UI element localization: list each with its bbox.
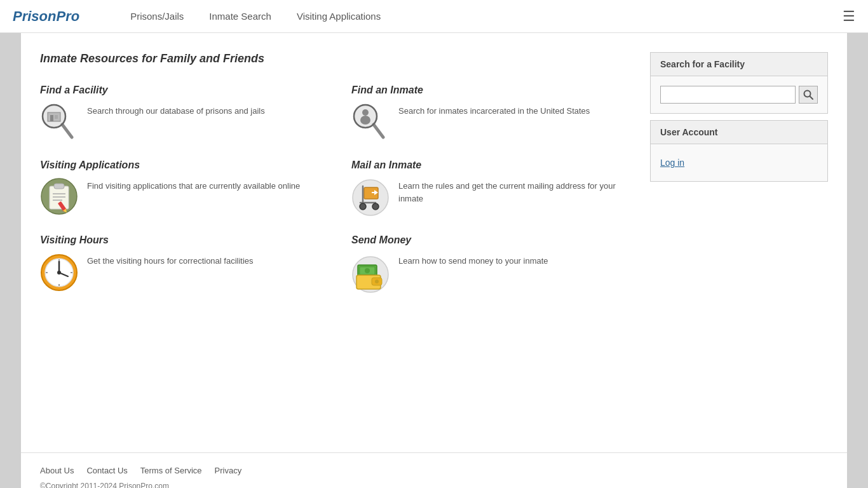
section-body-mail: Learn the rules and get the current mail… <box>351 177 637 215</box>
svg-point-31 <box>57 271 61 274</box>
section-visiting-hours[interactable]: Visiting Hours <box>40 234 326 290</box>
nav-link-prisons[interactable]: Prisons/Jails <box>130 11 184 22</box>
search-facility-header: Search for a Facility <box>651 53 827 76</box>
navbar: PrisonPro Prisons/Jails Inmate Search Vi… <box>0 0 868 33</box>
section-title-inmate: Find an Inmate <box>351 85 637 96</box>
svg-point-42 <box>375 280 379 283</box>
nav-link-inmate-search[interactable]: Inmate Search <box>209 11 271 22</box>
section-desc-hours: Get the visiting hours for correctional … <box>87 252 254 268</box>
svg-point-7 <box>362 109 369 116</box>
svg-rect-2 <box>50 115 53 121</box>
nav-item-visiting[interactable]: Visiting Applications <box>297 11 381 22</box>
clock-icon <box>40 252 78 290</box>
search-facility-input[interactable] <box>660 86 796 104</box>
section-body-money: Learn how to send money to your inmate <box>351 252 637 290</box>
section-body-visiting-apps: Find visiting applications that are curr… <box>40 177 326 215</box>
svg-rect-12 <box>50 186 69 209</box>
section-title-mail: Mail an Inmate <box>351 159 637 171</box>
section-desc-mail: Learn the rules and get the current mail… <box>398 177 637 205</box>
nav-item-prisons[interactable]: Prisons/Jails <box>130 11 184 22</box>
nav-item-inmate-search[interactable]: Inmate Search <box>209 11 271 22</box>
facility-icon <box>40 102 78 140</box>
main-content: Inmate Resources for Family and Friends … <box>40 52 637 427</box>
section-visiting-apps[interactable]: Visiting Applications <box>40 159 326 215</box>
sidebar: Search for a Facility User Account Log i… <box>650 52 828 427</box>
footer: About Us Contact Us Terms of Service Pri… <box>21 452 847 488</box>
section-find-inmate[interactable]: Find an Inmate Search for in <box>351 85 637 140</box>
page-heading: Inmate Resources for Family and Friends <box>40 52 637 65</box>
hamburger-menu-icon[interactable]: ☰ <box>843 10 855 24</box>
footer-copyright: ©Copyright 2011-2024 PrisonPro.com <box>40 482 828 488</box>
nav-link-visiting[interactable]: Visiting Applications <box>297 11 381 22</box>
section-desc-money: Learn how to send money to your inmate <box>398 252 548 268</box>
svg-line-9 <box>374 125 383 137</box>
section-find-facility[interactable]: Find a Facility Search throu <box>40 85 326 140</box>
section-body-facility: Search through our database of prisons a… <box>40 102 326 140</box>
svg-line-4 <box>62 125 72 137</box>
section-send-money[interactable]: Send Money <box>351 234 637 290</box>
page-wrapper: Inmate Resources for Family and Friends … <box>21 33 847 452</box>
footer-link-privacy[interactable]: Privacy <box>215 466 242 475</box>
svg-rect-1 <box>48 112 60 121</box>
svg-point-8 <box>360 116 370 125</box>
section-mail-inmate[interactable]: Mail an Inmate <box>351 159 637 215</box>
brand-logo[interactable]: PrisonPro <box>13 8 79 25</box>
mail-icon <box>351 177 390 215</box>
search-facility-box: Search for a Facility <box>650 52 828 114</box>
section-body-inmate: Search for inmates incarcerated in the U… <box>351 102 637 140</box>
section-title-hours: Visiting Hours <box>40 234 326 246</box>
svg-rect-3 <box>55 115 58 119</box>
search-facility-body <box>651 76 827 113</box>
svg-point-39 <box>365 268 370 273</box>
sections-grid: Find a Facility Search throu <box>40 85 637 290</box>
footer-link-about[interactable]: About Us <box>40 466 74 475</box>
svg-point-23 <box>360 203 366 210</box>
svg-rect-13 <box>54 184 64 189</box>
section-desc-inmate: Search for inmates incarcerated in the U… <box>398 102 590 118</box>
search-icon <box>803 90 813 100</box>
section-title-facility: Find a Facility <box>40 85 326 96</box>
footer-link-terms[interactable]: Terms of Service <box>140 466 202 475</box>
user-account-header: User Account <box>651 121 827 144</box>
footer-link-contact[interactable]: Contact Us <box>86 466 127 475</box>
search-facility-button[interactable] <box>799 86 818 104</box>
user-account-box: User Account Log in <box>650 120 828 182</box>
money-icon <box>351 252 390 290</box>
svg-point-24 <box>372 203 379 210</box>
section-desc-facility: Search through our database of prisons a… <box>87 102 265 118</box>
login-button[interactable]: Log in <box>660 158 684 168</box>
section-title-visiting-apps: Visiting Applications <box>40 159 326 171</box>
footer-links: About Us Contact Us Terms of Service Pri… <box>40 466 828 475</box>
user-account-body: Log in <box>651 144 827 181</box>
search-row <box>660 86 818 104</box>
nav-links: Prisons/Jails Inmate Search Visiting App… <box>130 11 381 22</box>
section-desc-visiting-apps: Find visiting applications that are curr… <box>87 177 300 193</box>
visiting-apps-icon <box>40 177 78 215</box>
inmate-icon <box>351 102 390 140</box>
svg-line-44 <box>810 97 813 100</box>
section-body-hours: Get the visiting hours for correctional … <box>40 252 326 290</box>
section-title-money: Send Money <box>351 234 637 246</box>
